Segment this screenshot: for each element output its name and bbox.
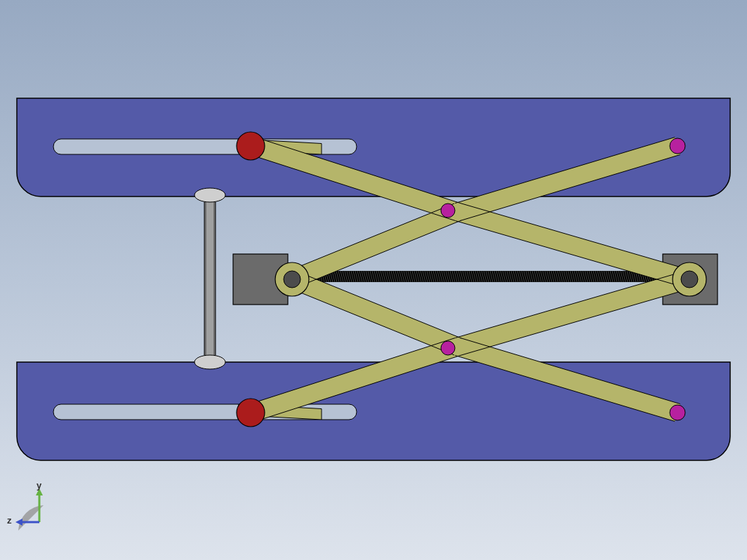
svg-point-4 xyxy=(194,355,225,369)
svg-rect-3 xyxy=(206,196,213,361)
slot-slider-pin xyxy=(237,132,265,160)
svg-line-10 xyxy=(292,279,458,347)
scissor-mid-pin xyxy=(441,341,455,355)
slot-slider-pin xyxy=(237,399,265,427)
svg-line-12 xyxy=(292,212,458,279)
pivot-pin xyxy=(681,271,698,288)
platform-fixed-pin xyxy=(670,138,685,154)
pivot-pin xyxy=(284,271,300,288)
vertical-guide-rod xyxy=(194,188,225,369)
scissor-mid-pin xyxy=(441,204,455,218)
svg-line-30 xyxy=(461,288,692,355)
svg-line-14 xyxy=(458,279,689,347)
svg-point-5 xyxy=(194,188,225,202)
svg-line-28 xyxy=(289,204,454,271)
svg-line-16 xyxy=(458,212,689,279)
platform-fixed-pin xyxy=(670,405,685,420)
cad-viewport[interactable] xyxy=(0,0,747,560)
svg-line-25 xyxy=(289,288,454,355)
svg-line-31 xyxy=(461,204,692,271)
